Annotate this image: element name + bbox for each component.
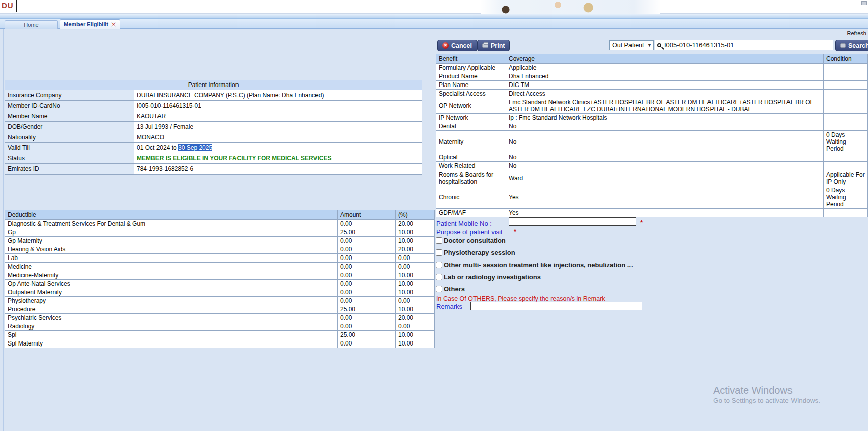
- deductible-header-amount: Amount: [338, 210, 396, 220]
- patient-info-value-text: 784-1993-1682852-6: [137, 165, 193, 173]
- remarks-input[interactable]: [470, 302, 642, 310]
- benefit-row: IP NetworkIp : Fmc Standard Network Hosp…: [436, 114, 868, 122]
- benefit-cell-coverage: Fmc Standard Network Clinics+ASTER HOSPI…: [506, 98, 824, 114]
- app-logo: DU: [0, 0, 17, 12]
- deductible-row: Lab0.000.00: [5, 254, 435, 263]
- deductible-cell: 0.00: [396, 322, 435, 331]
- benefit-cell-coverage: DIC TM: [506, 81, 824, 90]
- print-button[interactable]: Print: [477, 40, 510, 51]
- benefit-cell-coverage: Yes: [506, 186, 824, 209]
- benefit-cell-condition: [824, 90, 868, 98]
- deductible-row: Medicine-Maternity0.0010.00: [5, 271, 435, 280]
- deductible-cell: 0.00: [338, 314, 396, 322]
- patient-info-table: Patient Information Insurance CompanyDUB…: [5, 80, 422, 175]
- deductible-cell: 0.00: [338, 245, 396, 254]
- benefit-cell-benefit: Optical: [436, 153, 506, 162]
- purpose-checkbox[interactable]: [436, 237, 442, 244]
- benefit-cell-benefit: Work Related: [436, 162, 506, 170]
- benefit-cell-condition: [824, 153, 868, 162]
- benefit-row: Specialist AccessDirect Access: [436, 90, 868, 98]
- patient-info-label: DOB/Gender: [5, 122, 134, 132]
- patient-info-value: 784-1993-1682852-6: [134, 164, 422, 175]
- search-field[interactable]: [655, 40, 833, 50]
- patient-info-value-text: KAOUTAR: [137, 113, 166, 120]
- deductible-cell: 0.00: [396, 254, 435, 263]
- purpose-checkbox[interactable]: [436, 286, 442, 292]
- window-corner-icon: [861, 1, 867, 5]
- purpose-checkbox-label: Other multi- session treatment like inje…: [444, 261, 633, 269]
- purpose-option: Physiotherapy session: [436, 246, 633, 258]
- patient-info-row: Member NameKAOUTAR: [5, 111, 422, 122]
- benefit-cell-coverage: Direct Access: [506, 90, 824, 98]
- deductible-cell: Radiology: [5, 322, 338, 331]
- search-button[interactable]: Search: [835, 40, 868, 51]
- search-input[interactable]: [663, 41, 831, 49]
- purpose-checkbox[interactable]: [436, 249, 442, 256]
- purpose-checkbox-list: Doctor consultationPhysiotherapy session…: [436, 234, 633, 295]
- benefits-header-row: Benefit Coverage Condition: [436, 54, 868, 64]
- tab-bar: [0, 19, 868, 29]
- deductible-cell: 10.00: [396, 237, 435, 245]
- patient-info-header-row: Patient Information: [5, 80, 422, 90]
- deductible-cell: 20.00: [396, 314, 435, 322]
- search-button-label: Search: [848, 42, 868, 49]
- patient-info-value-text: 01 Oct 2024 to: [137, 144, 178, 151]
- patient-info-label: Member ID-CardNo: [5, 101, 134, 111]
- patient-info-value-text: I005-010-116461315-01: [137, 102, 201, 109]
- purpose-option: Lab or radiology investigations: [436, 271, 633, 283]
- benefit-cell-benefit: Maternity: [436, 131, 506, 153]
- benefit-cell-coverage: Ward: [506, 170, 824, 186]
- print-button-label: Print: [491, 42, 505, 49]
- deductible-body: Diagnostic & Treatment Services For Dent…: [5, 220, 435, 348]
- deductible-row: Procedure25.0010.00: [5, 305, 435, 314]
- tab-close-icon[interactable]: ✕: [111, 22, 116, 27]
- deductible-cell: Psychiatric Services: [5, 314, 338, 322]
- benefit-row: OP NetworkFmc Standard Network Clinics+A…: [436, 98, 868, 114]
- tab-home[interactable]: Home: [5, 20, 58, 29]
- refresh-link[interactable]: Refresh: [847, 30, 866, 36]
- deductible-cell: 10.00: [396, 280, 435, 288]
- deductible-row: Diagnostic & Treatment Services For Dent…: [5, 220, 435, 228]
- deductible-cell: Procedure: [5, 305, 338, 314]
- deductible-cell: Op Ante-Natal Services: [5, 280, 338, 288]
- patient-info-value: MONACO: [134, 132, 422, 143]
- benefit-cell-condition: 0 Days Waiting Period: [824, 186, 868, 209]
- tab-member-eligibility[interactable]: Member Eligibilit ✕: [60, 19, 120, 29]
- deductible-cell: 0.00: [338, 271, 396, 280]
- patient-info-label: Valid Till: [5, 143, 134, 153]
- deductible-cell: Physiotherapy: [5, 297, 338, 305]
- deductible-row: Physiotherapy0.000.00: [5, 297, 435, 305]
- purpose-checkbox-label: Doctor consultation: [444, 237, 506, 244]
- deductible-cell: 25.00: [338, 331, 396, 339]
- deductible-cell: Medicine: [5, 263, 338, 271]
- benefit-cell-benefit: Rooms & Boards for hospitalisation: [436, 170, 506, 186]
- deductible-cell: 0.00: [338, 322, 396, 331]
- benefit-cell-coverage: Dha Enhanced: [506, 72, 824, 81]
- benefit-cell-condition: [824, 122, 868, 131]
- patient-info-row: Emirates ID784-1993-1682852-6: [5, 164, 422, 175]
- deductible-table: Deductible Amount (%) Diagnostic & Treat…: [5, 210, 435, 348]
- deductible-cell: 10.00: [396, 331, 435, 339]
- benefit-cell-coverage: No: [506, 131, 824, 153]
- patient-info-value-highlight: 30 Sep 2025: [178, 144, 212, 151]
- purpose-checkbox[interactable]: [436, 274, 442, 280]
- patient-info-row: DOB/Gender13 Jul 1993 / Female: [5, 122, 422, 132]
- patient-type-select[interactable]: Out Patient ▼: [609, 40, 654, 50]
- benefits-table: Benefit Coverage Condition Formulary App…: [436, 54, 868, 217]
- deductible-cell: Spl: [5, 331, 338, 339]
- purpose-checkbox-label: Lab or radiology investigations: [444, 273, 541, 281]
- tab-home-label: Home: [24, 22, 38, 28]
- search-button-icon: [840, 43, 846, 48]
- patient-mobile-input[interactable]: [509, 217, 636, 226]
- cancel-button[interactable]: Cancel: [437, 40, 477, 51]
- others-note: In Case Of OTHERS, Please specify the re…: [436, 295, 605, 302]
- purpose-checkbox-label: Others: [444, 285, 465, 293]
- benefit-row: Formulary ApplicableApplicable: [436, 64, 868, 72]
- patient-info-value: 01 Oct 2024 to 30 Sep 2025: [134, 143, 422, 153]
- purpose-checkbox[interactable]: [436, 262, 442, 268]
- search-icon: [657, 43, 661, 47]
- print-icon: [482, 43, 488, 48]
- benefit-row: ChronicYes0 Days Waiting Period: [436, 186, 868, 209]
- benefit-cell-coverage: Ip : Fmc Standard Network Hospitals: [506, 114, 824, 122]
- purpose-option: Other multi- session treatment like inje…: [436, 258, 633, 271]
